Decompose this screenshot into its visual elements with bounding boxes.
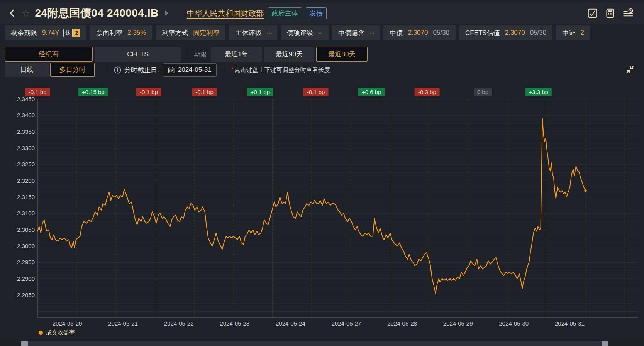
info-icon: [114, 66, 121, 74]
tab-range-30d[interactable]: 最近30天: [316, 47, 368, 62]
favorite-star-icon[interactable]: ☆: [22, 8, 30, 19]
divider: [188, 50, 188, 59]
info-label: 中证: [562, 29, 575, 37]
holiday-badge: 休 2: [63, 29, 80, 37]
tab-range-1y[interactable]: 最近1年: [211, 47, 262, 62]
x-axis-label: 2024-05-30: [493, 320, 535, 327]
tab-multiday-intraday[interactable]: 多日分时: [50, 63, 95, 77]
x-axis-label: 2024-05-20: [46, 320, 88, 327]
info-chinabond-valuation: 中债 2.3070 05/30: [383, 25, 456, 40]
info-value: 2: [580, 29, 584, 37]
info-label: 利率方式: [162, 29, 188, 37]
keyboard-hint-text: 点击键盘上下键可调整分时查看长度: [234, 66, 330, 74]
header-actions: [587, 8, 644, 19]
x-axis-label: 2024-05-23: [214, 320, 256, 327]
bond-terminal-window: ☆ 24附息国债04 240004.IB 中华人民共和国财政部 政府主体 发债: [0, 0, 644, 346]
info-label: CFETS估值: [465, 29, 500, 37]
chart-legend: 成交收益率: [39, 329, 75, 336]
tab-daily[interactable]: 日线: [5, 63, 49, 77]
cutoff-date-picker[interactable]: 2024-05-31: [163, 63, 217, 77]
info-chinabond-implied: 中债隐含 --: [332, 25, 380, 40]
yield-line-chart[interactable]: [37, 96, 638, 319]
data-zoom-left-handle[interactable]: [21, 341, 28, 346]
y-axis-label: 2.3150: [7, 193, 35, 201]
source-toolbar: 经纪商 CFETS 期限 最近1年 最近90天 最近30天: [5, 47, 368, 62]
y-axis-label: 2.3250: [7, 160, 35, 168]
info-value: 9.74Y: [42, 29, 59, 37]
info-label: 主体评级: [235, 29, 261, 37]
y-axis-label: 2.3350: [7, 128, 35, 136]
cutoff-date-label: 分时截止日:: [124, 66, 159, 74]
info-bar: 剩余期限 9.74Y 休 2 票面利率 2.35% 利率方式 固定利率 主体评级…: [5, 25, 590, 40]
issuer-link[interactable]: 中华人民共和国财政部: [187, 8, 264, 19]
info-value-date: 05/30: [530, 29, 547, 37]
history-list-icon[interactable]: [623, 8, 634, 19]
back-button[interactable]: [9, 9, 15, 17]
x-axis-label: 2024-05-28: [381, 320, 424, 327]
day-change-badge: +3.3 bp: [525, 88, 552, 96]
next-button[interactable]: [164, 10, 169, 17]
day-change-badge: -0.1 bp: [303, 88, 329, 96]
tab-cfets[interactable]: CFETS: [95, 47, 181, 62]
day-change-badge: +0.15 bp: [78, 88, 108, 96]
issuer-type-badge[interactable]: 政府主体: [268, 7, 302, 19]
y-axis-label: 2.3400: [7, 111, 35, 119]
data-zoom-bar[interactable]: [21, 341, 608, 346]
info-rate-type: 利率方式 固定利率: [156, 25, 225, 40]
last-point-marker: [584, 189, 586, 192]
tab-range-90d[interactable]: 最近90天: [264, 47, 314, 62]
info-remaining-term: 剩余期限 9.74Y 休 2: [5, 25, 86, 40]
x-axis-label: 2024-05-21: [102, 320, 144, 327]
info-value: --: [369, 29, 374, 37]
info-label: 票面利率: [96, 29, 122, 37]
info-value-date: 05/30: [433, 29, 449, 37]
day-change-badge: -0.1 bp: [192, 88, 217, 96]
info-value: --: [266, 29, 271, 37]
data-zoom-right-handle[interactable]: [602, 341, 608, 346]
info-value: 固定利率: [193, 29, 219, 37]
tab-broker[interactable]: 经纪商: [5, 47, 93, 62]
x-axis-label: 2024-05-22: [158, 320, 200, 327]
x-axis-label: 2024-05-27: [325, 320, 368, 327]
keyboard-hint: * 点击键盘上下键可调整分时查看长度: [231, 66, 330, 74]
x-axis-label: 2024-05-29: [437, 320, 479, 327]
y-axis-label: 2.2950: [7, 258, 35, 266]
info-cfets-valuation: CFETS估值 2.3070 05/30: [459, 25, 552, 40]
holiday-badge-label: 休: [63, 29, 73, 37]
y-axis-label: 2.3100: [7, 209, 35, 217]
kline-chart-icon[interactable]: [587, 8, 598, 19]
x-axis-label: 2024-05-31: [548, 320, 591, 327]
legend-label: 成交收益率: [46, 329, 75, 336]
info-value: 2.3070: [505, 29, 525, 37]
cutoff-date-value: 2024-05-31: [178, 66, 212, 74]
mode-toolbar: 日线 多日分时 分时截止日: 2024-05-31 * 点击键盘上下键可调整分时…: [5, 63, 330, 77]
info-coupon-rate: 票面利率 2.35%: [90, 25, 152, 40]
info-value: --: [318, 29, 322, 37]
info-label: 债项评级: [287, 29, 313, 37]
day-change-badge: +0.6 bp: [358, 88, 385, 96]
divider: [107, 66, 107, 74]
info-value: 2.3070: [408, 29, 428, 37]
info-bond-rating: 债项评级 --: [281, 25, 329, 40]
calculator-icon[interactable]: [605, 8, 615, 19]
info-value: 2.35%: [127, 29, 146, 37]
bond-role-badge[interactable]: 发债: [306, 7, 327, 19]
info-label: 剩余期限: [11, 29, 37, 37]
info-label: 中债: [390, 29, 403, 37]
y-axis-label: 2.3000: [7, 242, 35, 250]
y-axis-label: 2.2900: [7, 275, 35, 283]
range-label: 期限: [194, 50, 207, 59]
divider: [225, 66, 225, 74]
y-axis-label: 2.3200: [7, 177, 35, 185]
day-change-badge: -0.1 bp: [136, 88, 161, 96]
calendar-icon: [168, 67, 175, 73]
y-axis-label: 2.3450: [7, 95, 35, 103]
info-issuer-rating: 主体评级 --: [229, 25, 277, 40]
info-label: 中债隐含: [338, 29, 364, 37]
day-change-badge: 0 bp: [474, 88, 492, 96]
collapse-chart-icon[interactable]: [625, 65, 635, 74]
x-axis-label: 2024-05-24: [269, 320, 312, 327]
header: ☆ 24附息国债04 240004.IB 中华人民共和国财政部 政府主体 发债: [0, 2, 644, 24]
y-axis-label: 2.2850: [7, 291, 35, 299]
y-axis-label: 2.3050: [7, 226, 35, 234]
